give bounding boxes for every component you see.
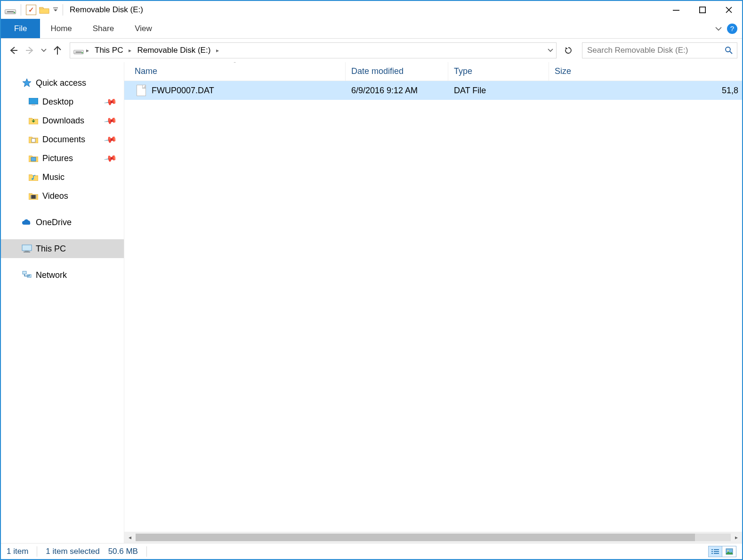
desktop-icon [28,97,39,106]
star-icon [22,78,32,88]
file-name: FWUP0007.DAT [152,86,214,96]
documents-folder-icon [28,135,39,144]
network-icon [22,270,32,280]
this-pc-icon [22,244,32,253]
new-folder-qat-button[interactable] [39,6,49,14]
nav-pictures[interactable]: Pictures 📌 [1,149,124,168]
nav-downloads[interactable]: Downloads 📌 [1,111,124,130]
column-header-name[interactable]: ˄ Name [124,62,346,81]
address-history-dropdown[interactable] [545,48,556,53]
maximize-button[interactable] [689,1,716,19]
horizontal-scrollbar[interactable]: ◂ ▸ [124,532,742,543]
scroll-right-button[interactable]: ▸ [731,532,742,543]
svg-rect-11 [35,195,36,199]
scroll-track[interactable] [136,534,731,541]
nav-documents[interactable]: Documents 📌 [1,130,124,149]
downloads-folder-icon [28,116,39,125]
tab-home[interactable]: Home [40,19,82,38]
body: Quick access Desktop 📌 Downloads 📌 Docum… [1,62,742,543]
scroll-left-button[interactable]: ◂ [124,532,136,543]
nav-label: This PC [36,244,66,254]
nav-label: Videos [42,191,68,201]
nav-onedrive[interactable]: OneDrive [1,213,124,232]
nav-label: Music [42,172,65,182]
svg-point-3 [726,47,730,52]
properties-qat-button[interactable]: ✓ [26,5,36,15]
content-pane: ˄ Name Date modified Type Size FWUP0007.… [124,62,742,543]
status-bar: 1 item 1 item selected 50.6 MB [1,543,742,559]
close-button[interactable] [716,1,742,19]
breadcrumb-location[interactable]: Removable Disk (E:) ▸ [133,43,221,58]
help-button[interactable]: ? [727,24,737,34]
file-list[interactable]: FWUP0007.DAT 6/9/2016 9:12 AM DAT File 5… [124,81,742,532]
svg-rect-19 [711,551,713,552]
svg-rect-12 [22,245,32,251]
svg-rect-1 [673,10,679,11]
explorer-window: ✓ Removable Disk (E:) File Home Share Vi… [0,0,743,560]
file-date: 6/9/2016 9:12 AM [346,86,448,96]
ribbon-tabs: File Home Share View ? [1,19,742,39]
svg-rect-21 [711,553,713,554]
nav-label: Pictures [42,154,73,163]
search-input[interactable] [582,46,721,55]
nav-network[interactable]: Network [1,266,124,284]
svg-rect-15 [23,271,26,274]
svg-rect-4 [29,98,38,104]
svg-rect-2 [700,7,705,13]
column-header-type[interactable]: Type [448,62,549,81]
scroll-thumb[interactable] [136,534,695,541]
quick-access-toolbar: ✓ [1,4,59,16]
search-box[interactable] [582,42,737,58]
tab-file[interactable]: File [1,19,40,38]
file-row[interactable]: FWUP0007.DAT 6/9/2016 9:12 AM DAT File 5… [124,81,742,100]
nav-label: Downloads [42,116,84,126]
divider [146,546,147,557]
sort-ascending-icon: ˄ [234,62,236,66]
qat-dropdown-button[interactable] [52,5,59,15]
nav-label: Documents [42,135,85,145]
music-folder-icon [28,172,39,182]
svg-rect-14 [24,252,30,252]
up-button[interactable] [50,43,65,58]
recent-locations-button[interactable] [40,48,48,53]
column-headers: ˄ Name Date modified Type Size [124,62,742,81]
nav-quick-access[interactable]: Quick access [1,73,124,92]
svg-point-24 [727,550,728,551]
svg-rect-17 [711,549,713,550]
videos-folder-icon [28,191,39,201]
svg-rect-20 [714,551,719,552]
address-bar[interactable]: ▸ This PC ▸ Removable Disk (E:) ▸ [70,42,557,58]
drive-icon [5,6,16,14]
divider [37,546,37,557]
svg-rect-7 [31,157,36,161]
search-icon[interactable] [721,46,737,55]
navigation-bar: ▸ This PC ▸ Removable Disk (E:) ▸ [1,39,742,62]
ribbon-expand-button[interactable] [712,25,725,32]
tab-share[interactable]: Share [82,19,124,38]
tab-view[interactable]: View [124,19,162,38]
svg-rect-13 [25,251,29,252]
status-item-count: 1 item [7,547,28,556]
pin-icon: 📌 [103,151,118,166]
divider [21,4,21,16]
back-button[interactable] [6,43,21,58]
status-selected-size: 50.6 MB [108,547,138,556]
refresh-button[interactable] [560,42,576,58]
details-view-button[interactable] [708,546,722,557]
nav-label: OneDrive [36,218,72,227]
navigation-pane: Quick access Desktop 📌 Downloads 📌 Docum… [1,62,124,543]
breadcrumb-root[interactable]: ▸ [73,43,91,58]
pictures-folder-icon [28,154,39,163]
column-header-date[interactable]: Date modified [346,62,448,81]
breadcrumb-this-pc[interactable]: This PC ▸ [91,43,133,58]
minimize-button[interactable] [663,1,689,19]
column-header-size[interactable]: Size [549,62,742,81]
thumbnails-view-button[interactable] [722,546,736,557]
nav-this-pc[interactable]: This PC [1,239,124,258]
nav-desktop[interactable]: Desktop 📌 [1,92,124,111]
svg-rect-18 [714,549,719,550]
nav-music[interactable]: Music [1,168,124,187]
svg-rect-10 [31,195,32,199]
nav-videos[interactable]: Videos [1,187,124,205]
forward-button[interactable] [23,43,38,58]
